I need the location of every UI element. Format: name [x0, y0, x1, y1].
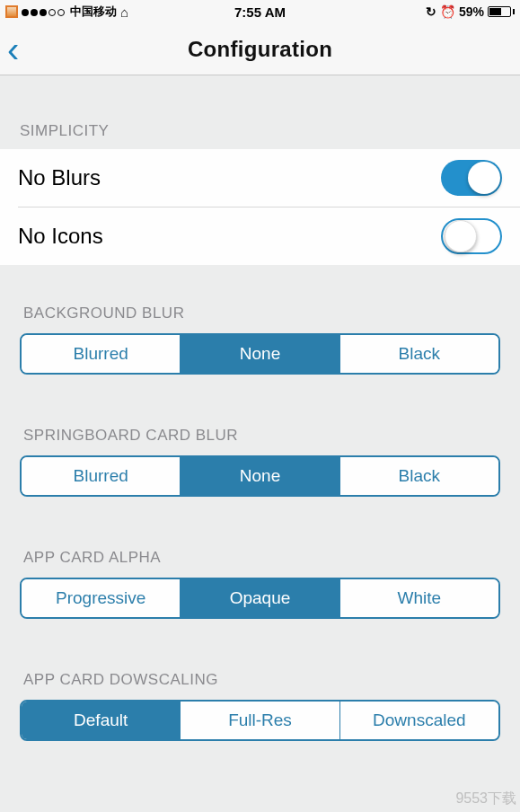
section-header-simplicity: SIMPLICITY	[0, 122, 520, 149]
segmented-springboard-blur: Blurred None Black	[20, 455, 500, 497]
seg-sb-black[interactable]: Black	[340, 457, 498, 495]
seg-down-downscaled[interactable]: Downscaled	[340, 702, 498, 739]
row-no-blurs: No Blurs	[0, 149, 520, 207]
seg-sb-blurred[interactable]: Blurred	[22, 457, 181, 495]
seg-alpha-white[interactable]: White	[340, 579, 498, 617]
status-bar: 中国移动 ⌂ 7:55 AM ↻ ⏰ 59%	[0, 0, 520, 23]
segmented-app-card-downscaling: Default Full-Res Downscaled	[20, 700, 500, 741]
signal-strength-icon	[22, 4, 66, 19]
section-header-app-card-downscaling: APP CARD DOWSCALING	[0, 631, 520, 700]
seg-down-fullres[interactable]: Full-Res	[181, 702, 339, 739]
wifi-icon: ⌂	[120, 4, 128, 20]
seg-down-default[interactable]: Default	[22, 702, 181, 739]
app-indicator-icon	[5, 5, 18, 18]
label-no-icons: No Icons	[18, 224, 103, 249]
nav-bar: ‹ Configuration	[0, 23, 520, 75]
section-header-background-blur: BACKGROUND BLUR	[0, 265, 520, 333]
seg-bg-black[interactable]: Black	[340, 335, 498, 373]
seg-bg-none[interactable]: None	[181, 335, 339, 373]
rotation-lock-icon: ↻	[426, 4, 436, 19]
seg-alpha-progressive[interactable]: Progressive	[22, 579, 181, 617]
battery-percent: 59%	[459, 4, 484, 19]
group-simplicity: No Blurs No Icons	[0, 149, 520, 265]
battery-icon	[488, 6, 515, 17]
toggle-no-icons[interactable]	[441, 218, 502, 254]
clock: 7:55 AM	[234, 4, 286, 20]
section-header-springboard-blur: SPRINGBOARD CARD BLUR	[0, 387, 520, 455]
seg-alpha-opaque[interactable]: Opaque	[181, 579, 339, 617]
toggle-no-blurs[interactable]	[441, 160, 502, 196]
seg-sb-none[interactable]: None	[181, 457, 339, 495]
status-right: ↻ ⏰ 59%	[426, 4, 515, 19]
label-no-blurs: No Blurs	[18, 165, 101, 190]
page-title: Configuration	[188, 37, 332, 62]
watermark: 9553下载	[455, 790, 516, 808]
section-header-app-card-alpha: APP CARD ALPHA	[0, 509, 520, 578]
back-button[interactable]: ‹	[0, 31, 19, 67]
row-no-icons: No Icons	[0, 207, 520, 265]
segmented-app-card-alpha: Progressive Opaque White	[20, 578, 500, 619]
alarm-icon: ⏰	[440, 4, 455, 19]
segmented-background-blur: Blurred None Black	[20, 333, 500, 375]
carrier-label: 中国移动	[70, 4, 117, 20]
seg-bg-blurred[interactable]: Blurred	[22, 335, 181, 373]
status-left: 中国移动 ⌂	[5, 4, 128, 20]
